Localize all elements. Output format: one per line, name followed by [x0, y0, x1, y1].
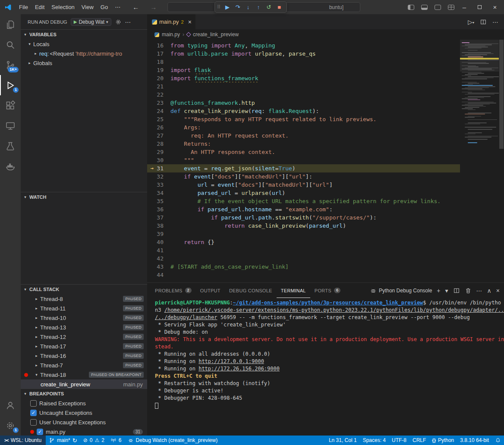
terminal-profile-dropdown-icon[interactable]: ▾: [445, 287, 448, 294]
step-into-button[interactable]: ↓: [243, 3, 253, 12]
line-number[interactable]: 24: [157, 107, 170, 115]
panel-tab-debug-console[interactable]: DEBUG CONSOLE: [225, 283, 277, 298]
variables-header[interactable]: ▾VARIABLES: [21, 30, 147, 39]
minimap-slider[interactable]: [460, 40, 499, 72]
activity-testing[interactable]: [0, 136, 21, 156]
code-line[interactable]: 23@functions_framework.http: [147, 99, 460, 107]
tab-close-icon[interactable]: ×: [188, 19, 192, 25]
code-line[interactable]: 16from typing import Any, Mapping: [147, 41, 460, 50]
language-mode[interactable]: {}Python: [429, 436, 457, 445]
branch-indicator[interactable]: main* ↻: [46, 436, 80, 445]
line-number[interactable]: 44: [157, 271, 170, 279]
breadcrumb-symbol[interactable]: create_link_preview: [193, 31, 239, 38]
toggle-panel-icon[interactable]: [421, 5, 428, 10]
breadcrumb-file[interactable]: main.py: [162, 31, 180, 38]
debug-settings-gear-icon[interactable]: [115, 19, 122, 25]
code-line[interactable]: 29 An HTTP response context.: [147, 148, 460, 156]
minimize-button[interactable]: –: [458, 3, 471, 11]
restart-button[interactable]: ↺: [264, 3, 274, 12]
terminal-profile[interactable]: Python Debug Console: [370, 287, 432, 294]
call-stack-thread-thread-10[interactable]: ▸Thread-10PAUSED: [21, 313, 147, 323]
line-number[interactable]: 38: [157, 222, 170, 230]
terminal-link[interactable]: /../debugpy/launcher: [155, 314, 217, 320]
python-interpreter[interactable]: 3.8.10 64-bit: [457, 436, 492, 445]
sync-icon[interactable]: ↻: [72, 437, 77, 444]
breakpoint-raised-exceptions[interactable]: Raised Exceptions: [21, 398, 147, 408]
split-terminal-icon[interactable]: [453, 287, 460, 294]
call-stack-thread-thread-12[interactable]: ▸Thread-12PAUSED: [21, 332, 147, 342]
code-line[interactable]: 22: [147, 91, 460, 99]
call-stack-thread-thread-13[interactable]: ▸Thread-13PAUSED: [21, 323, 147, 332]
call-stack-thread-thread-18[interactable]: ▾Thread-18PAUSED ON BREAKPOINT: [21, 370, 147, 379]
scope-globals[interactable]: ▸Globals: [21, 58, 147, 68]
line-number[interactable]: 22: [157, 91, 170, 99]
line-number[interactable]: 28: [157, 140, 170, 148]
step-over-button[interactable]: ↷: [233, 3, 243, 12]
breakpoint-checkbox[interactable]: ✓: [30, 410, 37, 416]
line-number[interactable]: 34: [157, 189, 170, 197]
terminal-link[interactable]: http://127.0.0.1:9000: [198, 358, 264, 364]
accounts-button[interactable]: [0, 395, 21, 415]
indentation-setting[interactable]: Spaces: 4: [360, 436, 389, 445]
ports-indicator[interactable]: 6: [107, 436, 125, 445]
line-number[interactable]: 37: [157, 213, 170, 222]
call-stack-thread-thread-7[interactable]: ▸Thread-7PAUSED: [21, 360, 147, 370]
cursor-position[interactable]: Ln 31, Col 1: [326, 436, 360, 445]
code-line[interactable]: 19import flask: [147, 66, 460, 74]
line-number[interactable]: 32: [157, 172, 170, 181]
editor-more-actions-icon[interactable]: ⋯: [492, 19, 498, 25]
activity-source-control[interactable]: 1K+: [0, 55, 21, 75]
code-line[interactable]: 33 url = event["docs"]["matchedUrl"]["ur…: [147, 181, 460, 189]
menu-view[interactable]: View: [78, 2, 97, 12]
activity-run-and-debug[interactable]: 1: [0, 75, 21, 95]
notifications-button[interactable]: [492, 436, 504, 445]
breakpoint-checkbox[interactable]: ✓: [37, 429, 43, 435]
breakpoint-checkbox[interactable]: [30, 400, 37, 407]
nav-back-icon[interactable]: ←: [130, 3, 142, 11]
start-debugging-icon[interactable]: ▶: [74, 19, 77, 24]
panel-tab-output[interactable]: OUTPUT: [196, 283, 225, 298]
line-number[interactable]: 41: [157, 246, 170, 254]
toggle-secondary-sidebar-icon[interactable]: [435, 5, 441, 10]
scope-locals[interactable]: ▾Locals: [21, 39, 147, 49]
call-stack-thread-thread-16[interactable]: ▸Thread-16PAUSED: [21, 351, 147, 360]
line-number[interactable]: 36: [157, 205, 170, 213]
code-line[interactable]: 32 if event["docs"]["matchedUrl"]["url"]…: [147, 172, 460, 181]
code-line[interactable]: 30 """: [147, 156, 460, 164]
editor-scrollbar[interactable]: [499, 40, 504, 282]
call-stack-thread-thread-11[interactable]: ▸Thread-11PAUSED: [21, 304, 147, 313]
line-number[interactable]: 18: [157, 58, 170, 66]
terminal-output[interactable]: pierrick@LAPTOP-HKU5PNNG:~/git/add-ons-s…: [147, 298, 504, 436]
code-line[interactable]: 18: [147, 58, 460, 66]
line-number[interactable]: 31: [157, 164, 170, 172]
line-number[interactable]: 20: [157, 74, 170, 82]
code-line[interactable]: →31 event = req.get_json(silent=True): [147, 164, 460, 172]
stack-frame-selected[interactable]: create_link_previewmain.py: [21, 379, 147, 389]
code-line[interactable]: 25 """Responds to any HTTP request relat…: [147, 115, 460, 123]
code-line[interactable]: 35 # If the event object URL matches a s…: [147, 197, 460, 205]
code-line[interactable]: 41: [147, 246, 460, 254]
panel-tab-terminal[interactable]: TERMINAL: [277, 283, 310, 298]
code-line[interactable]: 27 req: An HTTP request context.: [147, 132, 460, 140]
breakpoint-user-uncaught-exceptions[interactable]: User Uncaught Exceptions: [21, 417, 147, 427]
line-number[interactable]: 17: [157, 50, 170, 58]
panel-tab-ports[interactable]: PORTS6: [310, 283, 345, 298]
code-line[interactable]: 26 Args:: [147, 123, 460, 132]
run-python-file-button[interactable]: ▷▾: [468, 19, 474, 25]
line-number[interactable]: 21: [157, 82, 170, 91]
menu-selection[interactable]: Selection: [48, 2, 78, 12]
variable-req[interactable]: ▸req: <Request 'http://charming-tro: [21, 49, 147, 58]
stop-button[interactable]: ■: [274, 3, 284, 12]
breadcrumb[interactable]: main.py › create_link_preview: [147, 29, 504, 40]
code-line[interactable]: 34 parsed_url = urlparse(url): [147, 189, 460, 197]
manage-button[interactable]: 1: [0, 415, 21, 436]
activity-docker[interactable]: [0, 156, 21, 176]
code-line[interactable]: 20import functions_framework: [147, 74, 460, 82]
customize-layout-icon[interactable]: [448, 5, 454, 10]
nav-forward-icon[interactable]: →: [148, 3, 159, 11]
menu-file[interactable]: File: [16, 2, 32, 12]
breakpoint-checkbox[interactable]: [30, 419, 37, 426]
views-more-actions-icon[interactable]: ⋯: [125, 19, 131, 25]
line-number[interactable]: 40: [157, 238, 170, 246]
debug-session-indicator[interactable]: Debug Watch (create_link_preview): [125, 436, 221, 445]
